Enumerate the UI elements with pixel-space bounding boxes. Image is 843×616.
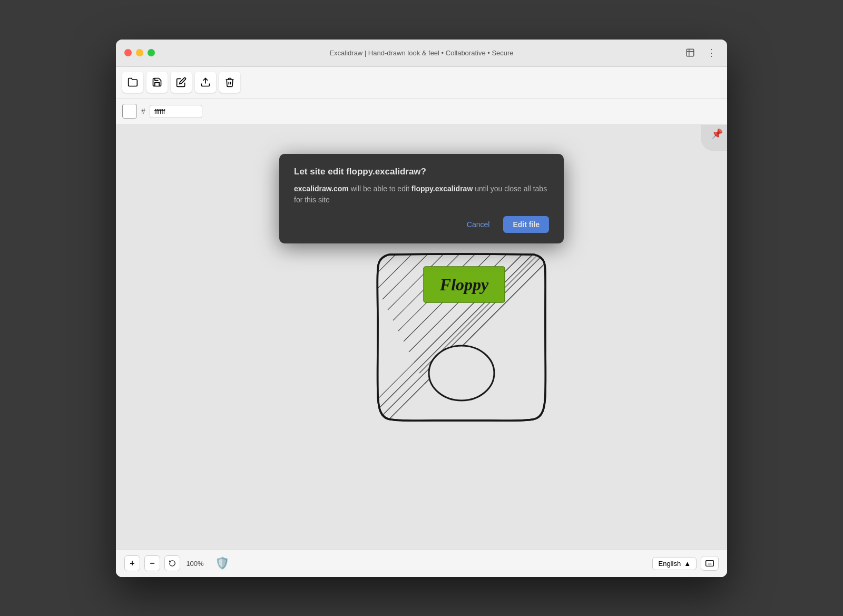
traffic-lights [124, 49, 155, 56]
toolbar [116, 67, 727, 99]
dialog-title: Let site edit floppy.excalidraw? [294, 167, 549, 177]
zoom-controls: + − 100% 🛡️ [124, 555, 229, 571]
minimize-button[interactable] [136, 49, 143, 56]
delete-button[interactable] [219, 72, 240, 93]
app-window: Excalidraw | Hand-drawn look & feel • Co… [116, 40, 727, 577]
canvas-area[interactable]: Floppy 📌 Let site edit floppy.excalidraw… [116, 125, 727, 550]
maximize-button[interactable] [148, 49, 155, 56]
chevron-up-icon: ▲ [684, 560, 691, 568]
hash-symbol: # [141, 107, 145, 115]
zoom-reset-button[interactable] [164, 555, 180, 571]
permission-dialog: Let site edit floppy.excalidraw? excalid… [279, 154, 564, 243]
open-folder-button[interactable] [122, 72, 143, 93]
svg-point-21 [429, 346, 494, 400]
zoom-out-button[interactable]: − [144, 555, 160, 571]
color-input[interactable] [150, 105, 202, 118]
dialog-body: excalidraw.com will be able to edit flop… [294, 183, 549, 206]
bottom-right: English ▲ [652, 556, 719, 571]
corner-icon: 📌 [711, 128, 723, 140]
dialog-body-middle: will be able to edit [349, 184, 411, 193]
app-content: # [116, 67, 727, 577]
corner-widget: 📌 [701, 125, 727, 151]
edit-file-button[interactable]: Edit file [503, 216, 549, 233]
svg-rect-24 [706, 561, 714, 566]
save-button[interactable] [146, 72, 168, 93]
cancel-button[interactable]: Cancel [458, 216, 498, 233]
floppy-drawing: Floppy [361, 236, 562, 438]
more-options-icon-btn[interactable]: ⋮ [704, 45, 719, 60]
svg-line-19 [361, 236, 562, 436]
keyboard-button[interactable] [701, 556, 719, 571]
close-button[interactable] [124, 49, 132, 56]
titlebar-actions: ⋮ [683, 45, 719, 60]
color-area: # [116, 99, 727, 125]
language-selector[interactable]: English ▲ [652, 557, 697, 570]
dialog-actions: Cancel Edit file [294, 216, 549, 233]
svg-text:Floppy: Floppy [439, 275, 489, 294]
dialog-file-name: floppy.excalidraw [411, 184, 473, 193]
titlebar: Excalidraw | Hand-drawn look & feel • Co… [116, 40, 727, 67]
language-label: English [658, 560, 681, 568]
export-edit-button[interactable] [171, 72, 192, 93]
shield-icon: 🛡️ [215, 556, 229, 570]
extensions-icon-btn[interactable] [683, 45, 698, 60]
bottom-bar: + − 100% 🛡️ English ▲ [116, 550, 727, 577]
export-button[interactable] [195, 72, 216, 93]
zoom-in-button[interactable]: + [124, 555, 140, 571]
zoom-level: 100% [184, 560, 205, 568]
dialog-site-name: excalidraw.com [294, 184, 349, 193]
svg-line-17 [377, 236, 562, 431]
window-title: Excalidraw | Hand-drawn look & feel • Co… [329, 49, 513, 57]
color-swatch[interactable] [122, 104, 137, 119]
svg-line-18 [367, 236, 562, 436]
